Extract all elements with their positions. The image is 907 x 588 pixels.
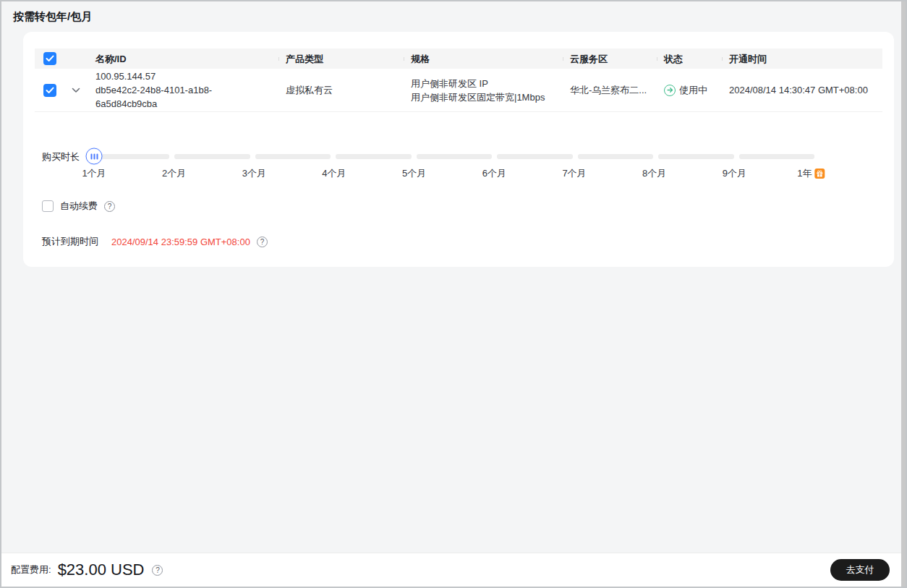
pay-button[interactable]: 去支付 [830, 559, 890, 581]
content-card: 名称/ID 产品类型 规格 云服务区 状态 开通时间 [23, 32, 894, 267]
tick-4-months[interactable]: 4个月 [322, 167, 346, 180]
slider-segment[interactable] [336, 154, 411, 159]
auto-renew-label: 自动续费 [60, 200, 98, 213]
slider-segment[interactable] [417, 154, 492, 159]
checkmark-icon [46, 87, 54, 94]
column-header-open-time: 开通时间 [722, 52, 882, 66]
footer-bar: 配置费用: $23.00 USD ? 去支付 [1, 553, 906, 587]
checkmark-icon [46, 55, 54, 62]
slider-track [94, 154, 814, 159]
tick-3-months[interactable]: 3个月 [242, 167, 266, 180]
table-header-row: 名称/ID 产品类型 规格 云服务区 状态 开通时间 [35, 48, 882, 69]
gift-icon [815, 169, 825, 179]
column-header-name: 名称/ID [88, 52, 278, 66]
column-header-status: 状态 [657, 52, 722, 66]
status-text: 使用中 [679, 83, 707, 97]
tick-9-months[interactable]: 9个月 [723, 167, 746, 180]
auto-renew-section: 自动续费 ? [42, 200, 882, 213]
duration-section: 购买时长 1个月 2个月 3个月 4 [42, 149, 882, 180]
slider-handle[interactable] [86, 148, 103, 165]
slider-segment[interactable] [658, 154, 733, 159]
tick-7-months[interactable]: 7个月 [562, 167, 586, 180]
tick-2-months[interactable]: 2个月 [162, 167, 186, 180]
table-row: 100.95.144.57 db5e42c2-24b8-4101-a1b8-6a… [35, 69, 882, 112]
slider-segment[interactable] [497, 154, 572, 159]
row-checkbox[interactable] [43, 84, 56, 97]
fee-help-icon[interactable]: ? [152, 565, 163, 576]
slider-segment[interactable] [578, 154, 653, 159]
resource-table: 名称/ID 产品类型 规格 云服务区 状态 开通时间 [35, 48, 882, 112]
vertical-scrollbar[interactable] [901, 1, 906, 587]
page-title: 按需转包年/包月 [1, 1, 906, 32]
resource-id: db5e42c2-24b8-4101-a1b8-6a5d84cb9cba [95, 83, 271, 111]
auto-renew-checkbox[interactable] [42, 200, 54, 212]
resource-open-time: 2024/08/14 14:30:47 GMT+08:00 [722, 83, 882, 97]
column-header-spec: 规格 [404, 52, 563, 66]
tick-1-month[interactable]: 1个月 [82, 167, 106, 180]
select-all-checkbox[interactable] [43, 52, 56, 65]
tick-5-months[interactable]: 5个月 [402, 167, 426, 180]
resource-spec-line2: 用户侧非研发区固定带宽|1Mbps [411, 90, 555, 104]
billing-change-page: 按需转包年/包月 名称/ID 产品类型 规格 云服务区 状态 开通时间 [0, 0, 907, 588]
expiry-label: 预计到期时间 [42, 235, 98, 248]
slider-segment[interactable] [94, 154, 169, 159]
resource-region: 华北-乌兰察布二... [563, 83, 657, 97]
tick-1-year[interactable]: 1年 [797, 167, 825, 180]
slider-segment[interactable] [739, 154, 814, 159]
column-header-region: 云服务区 [563, 52, 657, 66]
tick-8-months[interactable]: 8个月 [642, 167, 666, 180]
expiry-section: 预计到期时间 2024/09/14 23:59:59 GMT+08:00 ? [42, 235, 882, 248]
status-running-icon [664, 85, 676, 96]
duration-slider: 1个月 2个月 3个月 4个月 5个月 6个月 7个月 8个月 9个月 1年 [94, 149, 814, 180]
resource-spec-line1: 用户侧非研发区 IP [411, 77, 555, 90]
chevron-down-icon[interactable] [72, 88, 80, 93]
slider-segment[interactable] [255, 154, 331, 159]
tick-6-months[interactable]: 6个月 [482, 167, 506, 180]
resource-product-type: 虚拟私有云 [278, 83, 404, 97]
resource-name: 100.95.144.57 [95, 69, 271, 83]
slider-segment[interactable] [174, 154, 250, 159]
expiry-help-icon[interactable]: ? [257, 237, 268, 247]
auto-renew-help-icon[interactable]: ? [104, 201, 115, 212]
fee-value: $23.00 USD [58, 561, 145, 579]
fee-label: 配置费用: [11, 563, 51, 576]
expiry-time-value: 2024/09/14 23:59:59 GMT+08:00 [111, 237, 250, 247]
slider-tick-labels: 1个月 2个月 3个月 4个月 5个月 6个月 7个月 8个月 9个月 1年 [94, 166, 814, 180]
column-header-product-type: 产品类型 [278, 52, 404, 66]
